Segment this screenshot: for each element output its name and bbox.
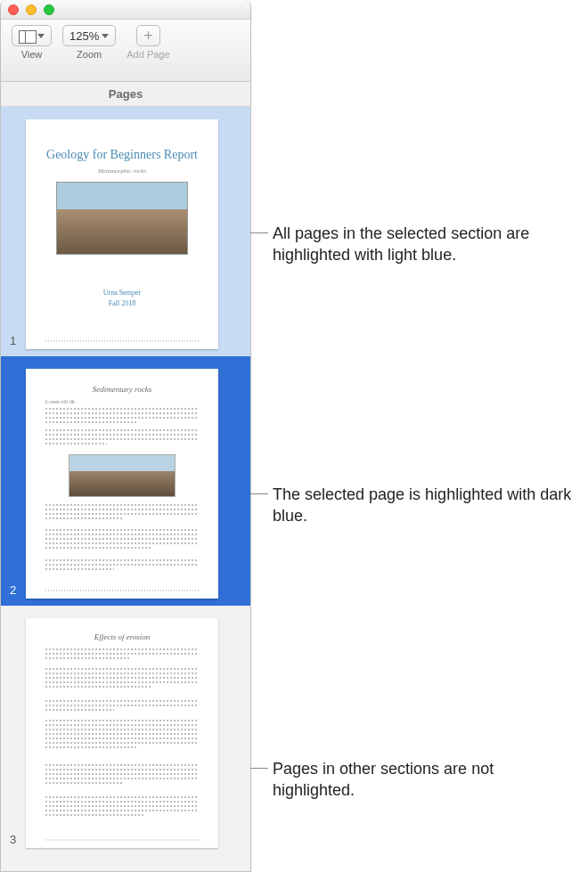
text-placeholder (45, 668, 199, 690)
page-thumbnail-3[interactable]: Effects of erosion (1, 606, 250, 855)
text-placeholder (45, 720, 199, 751)
view-button[interactable] (12, 25, 52, 46)
page-number: 3 (10, 833, 16, 846)
toolbar: View 125% Zoom + Add Page (1, 20, 250, 82)
doc-date: Fall 2018 (26, 299, 218, 307)
doc-subtitle: Metamorphic rocks (26, 167, 218, 175)
add-page-button[interactable]: + (136, 25, 160, 46)
page-thumbnail-1[interactable]: Geology for Beginners Report Metamorphic… (1, 107, 250, 356)
callout-line (250, 232, 268, 233)
doc-title: Geology for Beginners Report (26, 148, 218, 162)
add-page-label: Add Page (127, 49, 169, 60)
inline-image-placeholder (69, 454, 176, 497)
annotation-2: The selected page is highlighted with da… (273, 484, 584, 527)
annotation-3: Pages in other sections are not highligh… (273, 758, 567, 802)
pages-header: Pages (1, 82, 250, 107)
annotation-text: The selected page is highlighted with da… (273, 485, 571, 525)
text-placeholder (45, 529, 199, 551)
page-thumbnail-2[interactable]: Sedimentary rocks Lorem elit dh (1, 356, 250, 606)
sidebar-icon (19, 30, 35, 42)
minimize-icon[interactable] (26, 4, 37, 15)
footer-mark (45, 839, 199, 841)
text-placeholder (45, 648, 199, 662)
zoom-value: 125% (69, 29, 99, 43)
zoom-button[interactable]: 125% (62, 25, 116, 46)
section-title: Effects of erosion (26, 632, 218, 641)
text-placeholder (45, 764, 199, 786)
annotation-1: All pages in the selected section are hi… (273, 223, 576, 266)
add-page-tool: + Add Page (127, 25, 169, 60)
page-number: 2 (10, 583, 16, 597)
cover-image-placeholder (56, 182, 188, 255)
pages-header-label: Pages (109, 87, 143, 101)
view-tool: View (12, 25, 52, 60)
doc-author: Urna Semper (26, 289, 218, 297)
text-placeholder (45, 429, 199, 447)
section-title: Sedimentary rocks (26, 385, 218, 394)
annotation-text: Pages in other sections are not highligh… (273, 760, 494, 799)
annotation-text: All pages in the selected section are hi… (273, 224, 529, 264)
text-placeholder: Lorem elit dh (45, 399, 199, 426)
thumbnail-page-1: Geology for Beginners Report Metamorphic… (26, 119, 218, 349)
chevron-down-icon (102, 34, 109, 38)
text-placeholder (45, 559, 199, 573)
callout-line (250, 493, 268, 494)
text-placeholder (45, 504, 199, 522)
zoom-tool: 125% Zoom (62, 25, 116, 60)
text-placeholder (45, 796, 199, 819)
footer-mark (45, 340, 199, 342)
text-placeholder (45, 700, 199, 713)
thumbnail-page-3: Effects of erosion (26, 618, 218, 848)
zoom-label: Zoom (77, 49, 102, 60)
close-icon[interactable] (8, 4, 19, 15)
callout-line (250, 768, 268, 769)
view-label: View (21, 49, 43, 60)
pages-window: View 125% Zoom + Add Page Pages (0, 0, 251, 872)
zoom-window-icon[interactable] (44, 4, 54, 15)
thumbnail-sidebar[interactable]: Geology for Beginners Report Metamorphic… (1, 107, 250, 871)
plus-icon: + (143, 28, 153, 44)
footer-mark (45, 590, 199, 591)
titlebar (1, 0, 250, 20)
window-controls (8, 4, 54, 15)
thumbnail-page-2: Sedimentary rocks Lorem elit dh (26, 369, 218, 599)
chevron-down-icon (37, 34, 45, 38)
page-number: 1 (10, 334, 16, 347)
subheading: Lorem elit dh (45, 399, 199, 404)
